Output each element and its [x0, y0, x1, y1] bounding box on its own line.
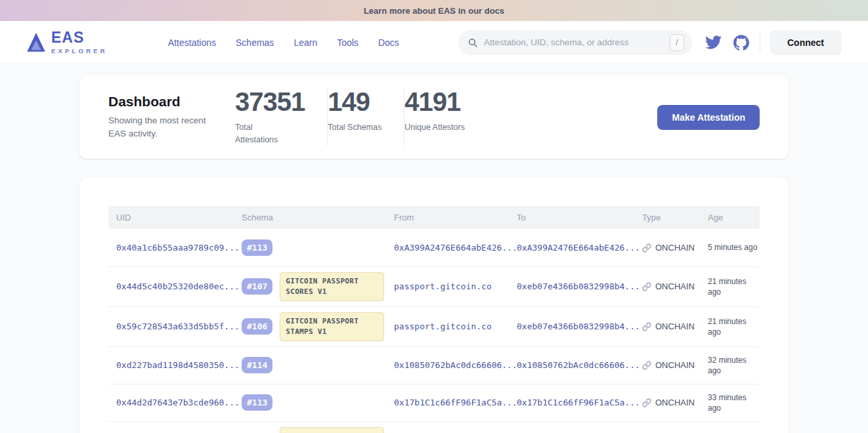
github-icon[interactable] [733, 35, 749, 51]
chain-link-icon [642, 282, 651, 291]
main-nav: Attestations Schemas Learn Tools Docs [168, 37, 399, 48]
row-to[interactable]: 0xeb07e4366b0832998b4... [517, 321, 642, 331]
row-schema-cell: #106 GITCOIN PASSPORT STAMPS V1 [242, 312, 394, 341]
row-schema-cell: #113 [242, 394, 394, 411]
search-icon [467, 37, 478, 48]
schema-name-tag[interactable]: GITCOIN PASSPORT SCORES V1 [280, 427, 384, 433]
stat-unique-attestors: 4191 Unique Attestors [404, 89, 487, 134]
chain-link-icon [642, 398, 651, 407]
stat-value: 149 [328, 89, 381, 115]
row-type-label: ONCHAIN [655, 243, 695, 253]
table-row[interactable]: 0x44d2d7643e7b3cde960... #113 0x17b1C1c6… [108, 384, 760, 421]
column-header-from: From [394, 213, 517, 222]
dashboard-card: Dashboard Showing the most recent EAS ac… [79, 75, 789, 159]
row-uid[interactable]: 0x44d5c40b25320de80ec... [116, 281, 242, 291]
header-right: / Connect [458, 30, 842, 55]
row-type: ONCHAIN [642, 281, 708, 291]
row-age: 33 minutes ago [708, 392, 759, 413]
header-divider [760, 33, 760, 52]
row-from[interactable]: passport.gitcoin.co [394, 321, 517, 331]
search-bar[interactable]: / [458, 30, 692, 55]
table-row[interactable]: 0x59c728543a633d5bb5f... #106 GITCOIN PA… [108, 306, 760, 346]
stat-value: 37351 [235, 89, 305, 115]
row-schema-cell: #114 [242, 357, 394, 373]
stats-group: 37351 Total Attestations 149 Total Schem… [235, 89, 487, 146]
page-title: Dashboard [108, 94, 235, 110]
slash-shortcut-key: / [670, 34, 684, 51]
announcement-banner: Learn more about EAS in our docs [0, 0, 868, 21]
stat-label: Total Schemas [328, 121, 381, 134]
row-to[interactable]: 0x17b1C1c66fF96F1aC5a... [517, 398, 642, 407]
stat-total-schemas: 149 Total Schemas [328, 89, 404, 134]
twitter-icon[interactable] [705, 35, 722, 49]
schema-id-badge[interactable]: #107 [242, 278, 272, 295]
row-uid[interactable]: 0x40a1c6b55aaa9789c09... [116, 243, 242, 253]
column-header-schema: Schema [242, 213, 394, 222]
stat-label: Total Attestations [235, 121, 292, 146]
table-row[interactable]: 0x44d5c40b25320de80ec... #107 GITCOIN PA… [108, 266, 760, 306]
dashboard-heading-block: Dashboard Showing the most recent EAS ac… [108, 94, 235, 140]
attestations-table-card: UID Schema From To Type Age 0x40a1c6b55a… [79, 178, 789, 433]
row-schema-cell: #113 [242, 239, 394, 256]
schema-name-tag[interactable]: GITCOIN PASSPORT STAMPS V1 [280, 312, 384, 341]
stat-total-attestations: 37351 Total Attestations [235, 89, 327, 146]
stat-label: Unique Attestors [404, 121, 465, 134]
chain-link-icon [642, 361, 651, 370]
row-from[interactable]: 0x10850762bAc0dc66606... [394, 360, 517, 370]
schema-id-badge[interactable]: #113 [242, 394, 272, 411]
table-body: 0x40a1c6b55aaa9789c09... #113 0xA399A247… [108, 229, 760, 433]
nav-tools[interactable]: Tools [337, 37, 358, 48]
row-schema-cell: #107 GITCOIN PASSPORT SCORES V1 [242, 427, 394, 433]
nav-schemas[interactable]: Schemas [236, 37, 274, 48]
row-type-label: ONCHAIN [655, 321, 695, 331]
row-age: 32 minutes ago [708, 355, 759, 376]
table-header-row: UID Schema From To Type Age [108, 206, 760, 229]
eas-logo[interactable]: EAS EXPLORER [26, 30, 108, 54]
row-type: ONCHAIN [642, 398, 708, 407]
row-from[interactable]: passport.gitcoin.co [394, 281, 517, 291]
row-age: 39 minutes ago [708, 431, 759, 433]
row-from[interactable]: 0xA399A2476E664abE426... [394, 243, 517, 253]
search-input[interactable] [484, 37, 670, 47]
schema-name-tag[interactable]: GITCOIN PASSPORT SCORES V1 [280, 272, 384, 301]
row-from[interactable]: 0x17b1C1c66fF96F1aC5a... [394, 398, 517, 407]
row-to[interactable]: 0xA399A2476E664abE426... [517, 243, 642, 253]
row-uid[interactable]: 0x44d2d7643e7b3cde960... [116, 398, 242, 407]
logo-text: EAS EXPLORER [51, 30, 108, 54]
table-row[interactable]: 0x40a1c6b55aaa9789c09... #113 0xA399A247… [108, 229, 760, 266]
row-age: 5 minutes ago [708, 242, 759, 253]
table-row[interactable]: 0xcfc68a268e8ec9260a8... #107 GITCOIN PA… [108, 421, 760, 433]
row-type: ONCHAIN [642, 243, 708, 253]
nav-learn[interactable]: Learn [293, 37, 317, 48]
schema-id-badge[interactable]: #113 [242, 239, 272, 256]
column-header-age: Age [708, 213, 760, 222]
page-subtitle: Showing the most recent EAS activity. [108, 114, 225, 140]
row-type-label: ONCHAIN [655, 281, 695, 291]
schema-id-badge[interactable]: #106 [242, 318, 272, 335]
row-uid[interactable]: 0x59c728543a633d5bb5f... [116, 321, 242, 331]
chain-link-icon [642, 322, 651, 331]
row-type: ONCHAIN [642, 360, 708, 370]
connect-button[interactable]: Connect [770, 30, 842, 55]
nav-attestations[interactable]: Attestations [168, 37, 216, 48]
column-header-to: To [517, 213, 642, 222]
row-age: 21 minutes ago [708, 276, 759, 297]
column-header-type: Type [642, 213, 708, 222]
row-type-label: ONCHAIN [655, 398, 695, 407]
make-attestation-button[interactable]: Make Attestation [657, 105, 760, 130]
eas-triangle-icon [26, 31, 46, 54]
logo-title: EAS [51, 30, 108, 45]
row-type: ONCHAIN [642, 321, 708, 331]
header: EAS EXPLORER Attestations Schemas Learn … [0, 21, 868, 64]
row-schema-cell: #107 GITCOIN PASSPORT SCORES V1 [242, 272, 394, 301]
row-uid[interactable]: 0xd227bad1198d4580350... [116, 360, 242, 370]
row-to[interactable]: 0x10850762bAc0dc66606... [517, 360, 642, 370]
nav-docs[interactable]: Docs [378, 37, 399, 48]
row-to[interactable]: 0xeb07e4366b0832998b4... [517, 281, 642, 291]
table-row[interactable]: 0xd227bad1198d4580350... #114 0x10850762… [108, 346, 760, 384]
schema-id-badge[interactable]: #114 [242, 357, 272, 373]
row-type-label: ONCHAIN [655, 360, 695, 370]
main-content: Dashboard Showing the most recent EAS ac… [0, 64, 868, 433]
banner-text: Learn more about EAS in [364, 6, 466, 16]
banner-docs-link[interactable]: our docs [468, 6, 504, 16]
